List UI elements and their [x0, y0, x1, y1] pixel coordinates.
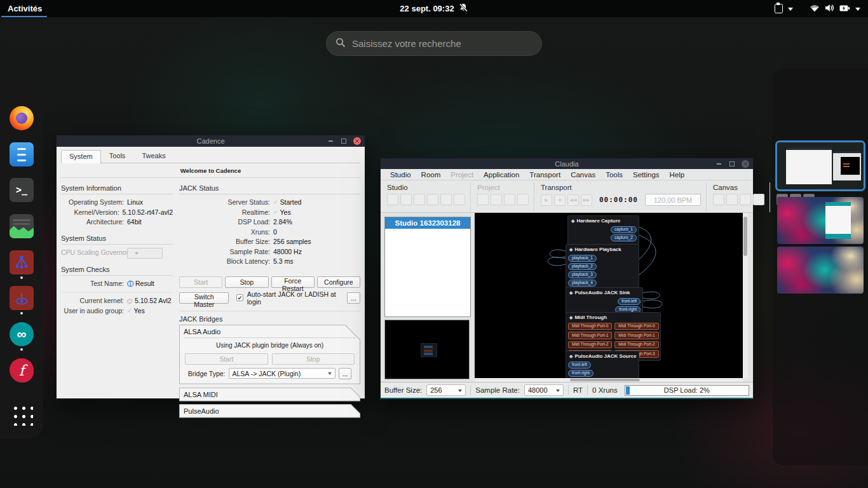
clipboard-indicator[interactable] [772, 0, 796, 17]
claudia-titlebar[interactable]: Claudia [381, 158, 753, 169]
autostart-more-button[interactable]: ... [347, 292, 360, 304]
port-midi-in-1[interactable]: Midi Through Port-1 [568, 332, 612, 339]
transport-rewind-button[interactable]: ◀◀ [567, 194, 579, 206]
port-playback-4[interactable]: playback_4 [568, 280, 597, 287]
scrollbar-thumb[interactable] [570, 379, 640, 381]
bridge-start-button[interactable]: Start [185, 353, 268, 365]
toolbar-button[interactable] [400, 194, 412, 205]
toolbar-button[interactable] [427, 194, 438, 205]
canvas-horizontal-scrollbar[interactable] [475, 378, 743, 382]
toolbar-button[interactable] [414, 194, 425, 205]
dock-item-firefox[interactable] [8, 106, 36, 142]
alsa-midi-bridge-panel[interactable]: ALSA MIDI [179, 388, 360, 402]
port-playback-2[interactable]: playback_2 [568, 263, 597, 271]
toolbar-button[interactable] [454, 194, 465, 205]
toolbar-button[interactable] [517, 194, 529, 205]
menu-studio[interactable]: Studio [386, 170, 416, 179]
bridge-stop-button[interactable]: Stop [272, 353, 355, 365]
toolbar-button[interactable] [440, 194, 452, 205]
alsa-audio-header[interactable]: ALSA Audio [184, 325, 356, 338]
toolbar-button[interactable] [740, 194, 751, 205]
workspace-thumbnail-2[interactable] [777, 197, 864, 244]
close-button[interactable] [742, 160, 749, 168]
menu-room[interactable]: Room [417, 170, 445, 179]
tab-system[interactable]: System [61, 150, 101, 163]
pulseaudio-bridge-panel[interactable]: PulseAudio [179, 404, 360, 418]
port-midi-in-2[interactable]: Midi Through Port-2 [568, 341, 612, 349]
minimize-button[interactable] [715, 160, 722, 168]
tab-tweaks[interactable]: Tweaks [133, 149, 173, 163]
port-playback-3[interactable]: playback_3 [568, 271, 597, 279]
bridge-type-select[interactable]: ALSA -> JACK (Plugin) [229, 368, 336, 379]
toolbar-button[interactable] [753, 194, 764, 205]
node-hardware-capture[interactable]: ◆Hardware Capture capture_1 capture_2 [567, 215, 639, 245]
tab-tools[interactable]: Tools [101, 149, 134, 163]
toolbar-button[interactable] [491, 194, 502, 205]
dock-item-files[interactable] [8, 142, 36, 179]
menu-transport[interactable]: Transport [525, 170, 565, 179]
port-capture-1[interactable]: capture_1 [611, 226, 637, 234]
system-menu[interactable] [807, 0, 863, 17]
jack-start-button[interactable]: Start [179, 276, 222, 288]
patchbay-canvas[interactable]: ◆Hardware Capture capture_1 capture_2 ◆H… [475, 213, 748, 378]
jack-stop-button[interactable]: Stop [225, 276, 268, 288]
menu-application[interactable]: Application [479, 170, 524, 179]
close-button[interactable] [353, 137, 361, 145]
sample-rate-select[interactable]: 48000 [524, 384, 564, 396]
maximize-button[interactable] [340, 137, 348, 145]
toolbar-button[interactable] [726, 194, 738, 205]
dock-item-terminal[interactable]: >_ [8, 178, 36, 214]
dock-item-arduino[interactable]: ∞ [8, 322, 36, 358]
workspace-thumbnail-3[interactable] [777, 247, 864, 294]
menu-tools[interactable]: Tools [601, 170, 627, 179]
search-input[interactable] [352, 38, 532, 49]
transport-stop-button[interactable]: ■ [554, 194, 566, 206]
clock-menu[interactable]: 22 sept. 09:32 [393, 0, 474, 17]
canvas-vertical-scrollbar[interactable] [743, 213, 748, 378]
cadence-titlebar[interactable]: Cadence [57, 135, 365, 147]
activities-button[interactable]: Activités [0, 0, 50, 17]
bpm-field[interactable]: 120,00 BPM [645, 194, 701, 206]
transport-play-button[interactable]: ▶ [541, 194, 552, 206]
maximize-button[interactable] [728, 160, 736, 168]
dock-item-claudia[interactable] [8, 250, 36, 287]
port-front-left[interactable]: front-left [618, 298, 641, 306]
toolbar-button[interactable] [477, 194, 489, 205]
toolbar-button[interactable] [387, 194, 398, 205]
minimize-button[interactable] [327, 137, 334, 145]
switch-master-button[interactable]: Switch Master [179, 292, 229, 304]
menu-canvas[interactable]: Canvas [566, 170, 600, 179]
node-pulseaudio-jack-source[interactable]: ◆PulseAudio JACK Source front-left front… [566, 351, 639, 378]
port-midi-out-0[interactable]: Midi Through Port-0 [614, 323, 658, 330]
menu-help[interactable]: Help [665, 170, 689, 179]
port-front-right[interactable]: front-right [568, 370, 593, 377]
port-midi-out-2[interactable]: Midi Through Port-2 [614, 341, 658, 349]
port-midi-out-1[interactable]: Midi Through Port-1 [614, 332, 658, 339]
port-playback-1[interactable]: playback_1 [568, 255, 597, 262]
toolbar-button[interactable] [504, 194, 515, 205]
workspace-thumbnail-1[interactable] [777, 142, 864, 189]
scrollbar-thumb[interactable] [743, 217, 747, 256]
search-bar[interactable] [326, 31, 542, 56]
cpu-governor-select[interactable] [127, 248, 163, 259]
transport-forward-button[interactable]: ▶▶ [581, 194, 592, 206]
cadence-window[interactable]: Cadence System Tools Tweaks Welcome to C… [56, 135, 365, 399]
node-hardware-playback[interactable]: ◆Hardware Playback playback_1 playback_2… [566, 244, 639, 290]
jack-configure-button[interactable]: Configure [317, 276, 360, 288]
buffer-size-select[interactable]: 256 [426, 384, 466, 396]
port-midi-in-0[interactable]: Midi Through Port-0 [568, 323, 612, 330]
toolbar-button[interactable] [713, 194, 724, 205]
dock-item-fritzing[interactable]: f [8, 358, 36, 395]
port-capture-2[interactable]: capture_2 [611, 234, 637, 242]
bridge-more-button[interactable]: ... [339, 368, 352, 379]
dock-item-cadence[interactable] [8, 286, 36, 322]
menu-settings[interactable]: Settings [628, 170, 664, 179]
studio-list-item-selected[interactable]: Studio 1632303128 [385, 217, 470, 229]
dock-item-system-monitor[interactable] [8, 214, 36, 250]
jack-force-restart-button[interactable]: Force Restart [271, 276, 315, 288]
studio-list[interactable]: Studio 1632303128 [384, 217, 471, 317]
autostart-checkbox[interactable]: ✓ [236, 294, 243, 301]
show-applications-button[interactable] [8, 403, 36, 439]
claudia-window[interactable]: Claudia Studio Room Project Application … [380, 158, 754, 399]
port-front-left[interactable]: front-left [568, 362, 591, 369]
